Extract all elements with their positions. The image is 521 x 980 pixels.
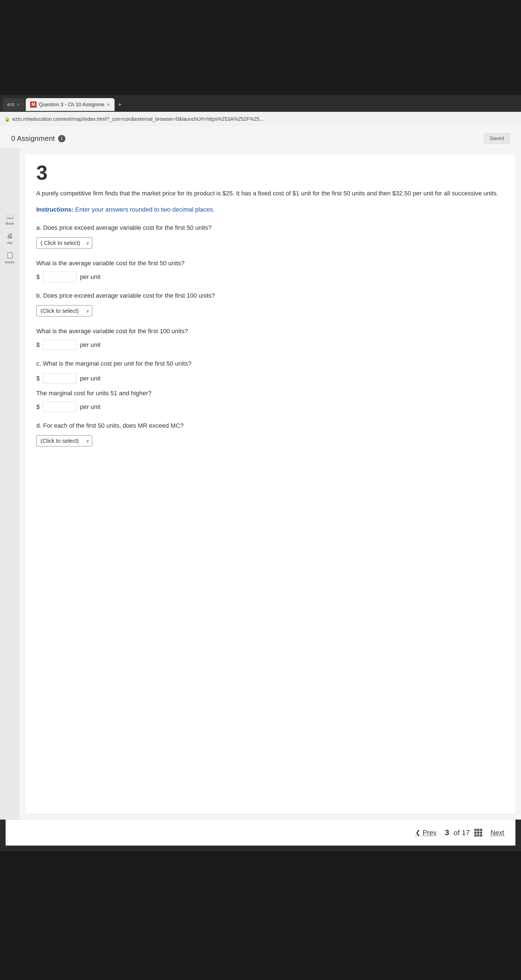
info-icon[interactable]: i	[58, 135, 65, 142]
instructions-label: Instructions:	[36, 206, 73, 213]
grid-dot-9	[480, 834, 482, 837]
sub-question-b-input[interactable]	[43, 340, 76, 350]
sub-question-a-input-row: $ per unit	[36, 272, 499, 282]
instructions-body: Enter your answers rounded to two decima…	[75, 206, 214, 213]
current-page: 3	[445, 828, 449, 837]
sub-question-c-input[interactable]	[43, 373, 76, 383]
next-label: Next	[491, 829, 504, 836]
tab-inactive-close[interactable]: ✕	[16, 102, 20, 107]
tab-active-label: Question 3 - Ch 10 Assignme	[39, 102, 104, 108]
per-unit-b: per unit	[80, 341, 100, 348]
tab-active[interactable]: M Question 3 - Ch 10 Assignme ✕	[26, 98, 114, 111]
sidebar-book-label: Book	[6, 221, 14, 226]
next-button[interactable]: Next	[491, 829, 504, 837]
chevron-left-icon: ❮	[415, 829, 421, 836]
sidebar-item-book[interactable]: 📖 Book	[1, 210, 19, 228]
grid-dot-4	[474, 832, 477, 834]
address-bar[interactable]: 🔒 ezto.mheducation.com/ext/map/index.htm…	[0, 112, 521, 126]
per-unit-a: per unit	[80, 274, 100, 281]
sub-question-b: b. Does price exceed average variable co…	[36, 291, 499, 350]
instructions: Instructions: Enter your answers rounded…	[36, 205, 499, 214]
dollar-sign-b: $	[36, 341, 40, 348]
grid-dot-1	[474, 829, 477, 831]
sub-question-a-select-wrapper: ( Click to select) Yes No ∨	[36, 237, 92, 248]
sub-question-c-followup: The marginal cost for units 51 and highe…	[36, 388, 499, 398]
sub-question-a-select[interactable]: ( Click to select) Yes No	[36, 237, 92, 248]
grid-dot-7	[474, 834, 477, 837]
nav-footer: ❮ Prev 3 of 17 Next	[6, 819, 515, 846]
app-title-area: 0 Assignment i	[11, 134, 65, 143]
sub-question-d-select[interactable]: (Click to select) Yes No	[36, 435, 92, 446]
question-text: A purely competitive firm finds that the…	[36, 188, 499, 198]
grid-dot-5	[477, 832, 480, 834]
app-title-text: 0 Assignment	[11, 134, 55, 143]
browser-chrome: ent ✕ M Question 3 - Ch 10 Assignme ✕ + …	[0, 95, 521, 126]
m-logo-icon: M	[30, 102, 37, 108]
sub-question-b-select-wrapper: (Click to select) Yes No ∨	[36, 305, 92, 317]
tab-bar: ent ✕ M Question 3 - Ch 10 Assignme ✕ +	[0, 95, 521, 112]
sub-question-c-label: c. What is the marginal cost per unit fo…	[36, 359, 499, 368]
grid-icon[interactable]	[474, 829, 482, 837]
top-dark-area	[0, 0, 521, 95]
dollar-sign-c2: $	[36, 403, 40, 410]
sub-question-c: c. What is the marginal cost per unit fo…	[36, 359, 499, 412]
sidebar-item-references[interactable]: 📋 ences	[1, 249, 19, 267]
tab-add-button[interactable]: +	[116, 99, 124, 110]
print-icon: 🖨	[7, 232, 13, 240]
address-text: ezto.mheducation.com/ext/map/index.html?…	[12, 116, 264, 122]
bottom-dark-area	[0, 851, 521, 980]
sidebar-item-print[interactable]: 🖨 rint	[1, 229, 19, 248]
sub-question-a-label: a. Does price exceed average variable co…	[36, 223, 499, 232]
sub-question-b-select[interactable]: (Click to select) Yes No	[36, 305, 92, 317]
saved-badge: Saved	[484, 133, 510, 144]
sub-question-b-label: b. Does price exceed average variable co…	[36, 291, 499, 300]
lock-icon: 🔒	[5, 116, 10, 122]
sub-question-c-input-row: $ per unit	[36, 373, 499, 383]
page-indicator: 3 of 17	[445, 828, 482, 837]
dollar-sign-c: $	[36, 375, 40, 382]
tab-active-close[interactable]: ✕	[106, 102, 110, 107]
sub-question-c2-input[interactable]	[43, 402, 76, 412]
tab-inactive-label: ent	[7, 102, 14, 108]
grid-dot-6	[480, 832, 482, 834]
references-icon: 📋	[6, 251, 14, 259]
prev-button[interactable]: ❮ Prev	[415, 829, 436, 837]
sub-question-d: d. For each of the first 50 units, does …	[36, 421, 499, 452]
grid-dot-3	[480, 829, 482, 831]
sidebar-references-label: ences	[5, 260, 15, 264]
question-number: 3	[36, 163, 499, 183]
sidebar-print-label: rint	[7, 241, 12, 245]
tab-inactive[interactable]: ent ✕	[3, 98, 25, 111]
sub-question-b-followup: What is the average variable cost for th…	[36, 326, 499, 336]
sub-question-d-label: d. For each of the first 50 units, does …	[36, 421, 499, 430]
total-pages: of 17	[454, 829, 470, 837]
sub-question-a: a. Does price exceed average variable co…	[36, 223, 499, 282]
per-unit-c: per unit	[80, 375, 100, 382]
sub-question-d-select-wrapper: (Click to select) Yes No ∨	[36, 435, 92, 446]
per-unit-c2: per unit	[80, 403, 100, 410]
content-wrapper: 📖 Book 🖨 rint 📋 ences 3 A purely competi…	[0, 149, 521, 819]
app-header: 0 Assignment i Saved	[0, 126, 521, 149]
sidebar: 📖 Book 🖨 rint 📋 ences	[0, 149, 19, 819]
dollar-sign-a: $	[36, 274, 40, 281]
sub-question-c2-input-row: $ per unit	[36, 402, 499, 412]
question-area: 3 A purely competitive firm finds that t…	[25, 154, 515, 814]
grid-dot-8	[477, 834, 480, 837]
sub-question-b-input-row: $ per unit	[36, 340, 499, 350]
sub-question-a-followup: What is the average variable cost for th…	[36, 259, 499, 268]
grid-dot-2	[477, 829, 480, 831]
book-icon: 📖	[6, 213, 14, 220]
sub-question-a-input[interactable]	[43, 272, 76, 282]
prev-label: Prev	[423, 829, 436, 837]
